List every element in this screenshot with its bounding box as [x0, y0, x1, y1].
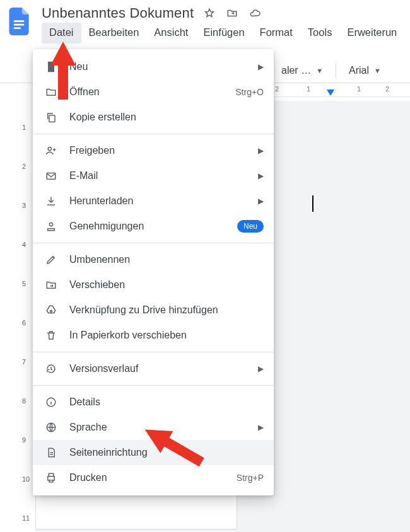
menu-bearbeiten[interactable]: Bearbeiten [81, 23, 147, 43]
ruler-tick: 4 [22, 241, 26, 248]
menu-item-label: Verknüpfung zu Drive hinzufügen [69, 304, 264, 316]
menu-item-papierkorb[interactable]: In Papierkorb verschieben [33, 323, 274, 348]
ruler-tick: 7 [22, 358, 26, 366]
ruler-tick: 8 [22, 397, 26, 405]
ruler-tick: 11 [22, 514, 30, 522]
ruler-tick: 1 [357, 85, 361, 93]
submenu-arrow-icon: ▶ [258, 146, 264, 155]
font-label: Arial [349, 65, 369, 76]
svg-point-4 [48, 147, 51, 150]
menu-item-label: Versionsverlauf [69, 363, 258, 374]
menu-item-label: Kopie erstellen [69, 112, 264, 123]
menu-shortcut: Strg+O [235, 87, 264, 97]
font-selector[interactable]: Arial ▼ [345, 62, 385, 79]
person-plus-icon [44, 144, 58, 158]
menu-tools[interactable]: Tools [300, 23, 340, 43]
menu-item-label: Herunterladen [69, 195, 258, 207]
menu-erweiterungen[interactable]: Erweiterun [339, 23, 404, 43]
rename-icon [44, 253, 58, 267]
menu-item-label: Verschieben [69, 279, 264, 291]
menu-item-label: Drucken [69, 472, 237, 483]
svg-rect-1 [14, 24, 25, 26]
menu-item-label: Freigeben [69, 145, 258, 156]
move-icon[interactable] [225, 6, 239, 20]
menu-item-drive-verknuepfung[interactable]: Verknüpfung zu Drive hinzufügen [33, 298, 274, 323]
menubar: Datei Bearbeiten Ansicht Einfügen Format… [37, 21, 410, 43]
ruler-tick: 6 [22, 319, 26, 327]
history-icon [44, 362, 58, 376]
cloud-status-icon[interactable] [248, 6, 262, 20]
menu-item-verschieben[interactable]: Verschieben [33, 272, 274, 298]
menu-item-label: Neu [69, 61, 258, 72]
svg-marker-10 [142, 419, 208, 469]
indent-marker-icon[interactable] [327, 90, 334, 96]
svg-rect-0 [14, 20, 25, 22]
menu-item-label: Genehmigungen [69, 221, 237, 232]
menu-item-label: Details [69, 396, 264, 408]
mail-icon [44, 169, 58, 183]
menu-item-herunterladen[interactable]: Herunterladen ▶ [33, 188, 274, 214]
menu-format[interactable]: Format [252, 23, 300, 43]
submenu-arrow-icon: ▶ [258, 423, 264, 432]
menu-item-versionsverlauf[interactable]: Versionsverlauf ▶ [33, 356, 274, 381]
ruler-tick: 2 [385, 85, 389, 93]
ruler-tick: 1 [307, 85, 310, 93]
menu-item-umbenennen[interactable]: Umbenennen [33, 247, 274, 272]
ruler-tick: 5 [22, 280, 26, 287]
submenu-arrow-icon: ▶ [258, 364, 264, 373]
ruler-tick: 2 [22, 163, 26, 170]
chevron-down-icon: ▼ [316, 67, 323, 74]
svg-rect-3 [49, 115, 55, 122]
menu-item-label: Öffnen [69, 86, 235, 98]
menu-einfuegen[interactable]: Einfügen [196, 23, 252, 43]
submenu-arrow-icon: ▶ [258, 197, 264, 205]
move-folder-icon [44, 278, 58, 292]
menu-item-kopie[interactable]: Kopie erstellen [33, 105, 274, 130]
annotation-arrow-top [48, 42, 78, 100]
ruler-tick: 9 [22, 436, 26, 444]
paragraph-style-selector[interactable]: aler … ▼ [278, 62, 327, 79]
menu-ansicht[interactable]: Ansicht [146, 23, 196, 43]
submenu-arrow-icon: ▶ [258, 171, 264, 180]
menu-separator [33, 243, 274, 243]
menu-item-genehmigungen[interactable]: Genehmigungen Neu [33, 214, 274, 239]
document-title[interactable]: Unbenanntes Dokument [42, 5, 194, 21]
menu-shortcut: Strg+P [237, 473, 264, 483]
globe-icon [44, 420, 58, 434]
menu-item-email[interactable]: E-Mail ▶ [33, 163, 274, 188]
chevron-down-icon: ▼ [374, 67, 381, 74]
print-icon [44, 471, 58, 485]
copy-icon [44, 110, 58, 124]
menu-separator [33, 134, 274, 134]
menu-item-label: E-Mail [69, 170, 258, 182]
ruler-tick: 3 [22, 202, 26, 209]
svg-rect-2 [14, 27, 21, 29]
svg-marker-9 [50, 42, 76, 100]
download-icon [44, 194, 58, 208]
menu-separator [33, 385, 274, 386]
menu-datei[interactable]: Datei [42, 23, 81, 43]
ruler-tick: 2 [275, 85, 279, 93]
neu-badge: Neu [237, 220, 264, 233]
toolbar-separator [336, 63, 336, 78]
submenu-arrow-icon: ▶ [258, 62, 264, 71]
menu-item-freigeben[interactable]: Freigeben ▶ [33, 138, 274, 163]
annotation-arrow-bottom [142, 408, 210, 469]
star-icon[interactable] [202, 6, 216, 20]
approval-icon [44, 219, 58, 233]
page-setup-icon [44, 446, 58, 460]
text-cursor [312, 195, 313, 212]
svg-point-6 [49, 223, 52, 226]
paragraph-style-label: aler … [281, 65, 311, 76]
menu-separator [33, 352, 274, 352]
menu-item-label: In Papierkorb verschieben [69, 330, 264, 341]
menu-item-drucken[interactable]: Drucken Strg+P [33, 465, 274, 490]
ruler-tick: 10 [22, 475, 30, 483]
trash-icon [44, 328, 58, 342]
vertical-ruler[interactable]: 1 2 3 4 5 6 7 8 9 10 11 [19, 101, 34, 532]
docs-logo[interactable] [6, 5, 33, 38]
menu-item-label: Umbenennen [69, 254, 264, 265]
info-icon [44, 395, 58, 409]
drive-shortcut-icon [44, 303, 58, 317]
ruler-tick: 1 [22, 124, 26, 131]
